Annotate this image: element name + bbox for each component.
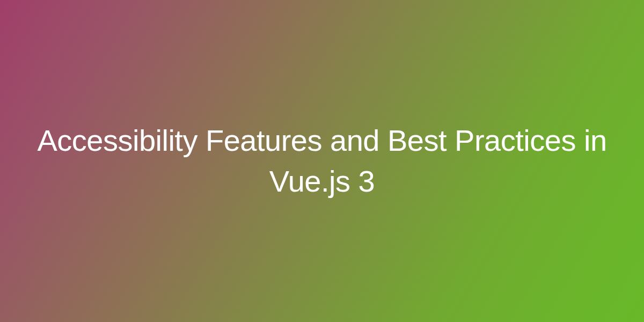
banner-title: Accessibility Features and Best Practice… bbox=[32, 120, 612, 201]
banner-container: Accessibility Features and Best Practice… bbox=[0, 0, 644, 322]
